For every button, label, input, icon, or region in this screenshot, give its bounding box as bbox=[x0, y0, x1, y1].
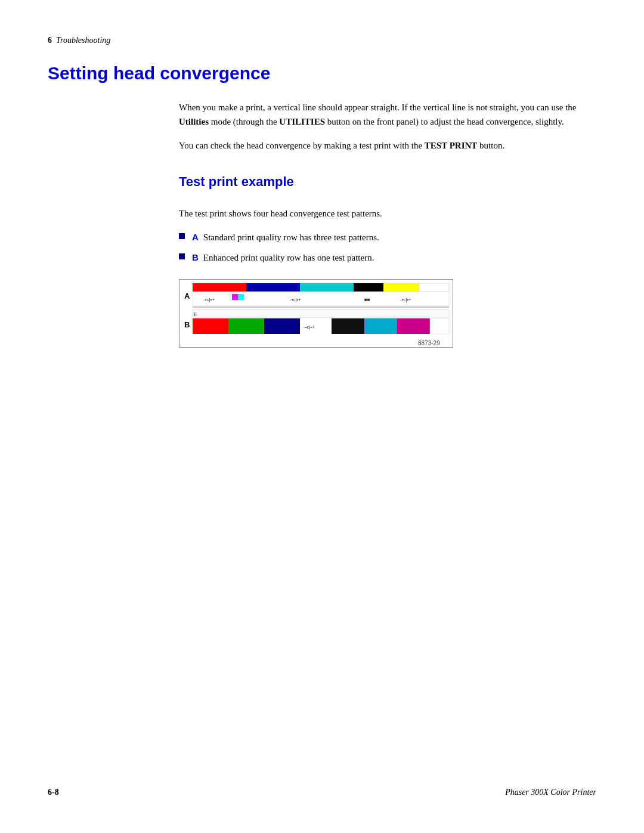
bullet-icon-a bbox=[179, 233, 185, 239]
left-margin-1 bbox=[48, 100, 179, 162]
svg-text:-•c|•+: -•c|•+ bbox=[400, 297, 411, 302]
section-content: The test print shows four head convergen… bbox=[48, 206, 596, 350]
svg-text:-•c|•+: -•c|•+ bbox=[304, 324, 315, 330]
svg-rect-5 bbox=[354, 283, 383, 292]
footer: 6-8 Phaser 300X Color Printer bbox=[48, 788, 596, 797]
intro-text-1: When you make a print, a vertical line s… bbox=[179, 100, 596, 162]
test-print-bold: TEST PRINT bbox=[425, 141, 478, 150]
svg-text:-•c|•+: -•c|•+ bbox=[203, 297, 215, 302]
intro-section-1: When you make a print, a vertical line s… bbox=[48, 100, 596, 162]
svg-rect-20 bbox=[228, 318, 264, 334]
svg-text:A: A bbox=[184, 292, 190, 301]
svg-text:E: E bbox=[194, 311, 197, 317]
paragraph-1: When you make a print, a vertical line s… bbox=[179, 100, 596, 129]
left-margin-2 bbox=[48, 174, 179, 202]
chapter-title: Troubleshooting bbox=[56, 36, 110, 45]
section-title: Test print example bbox=[179, 174, 294, 190]
svg-rect-11 bbox=[238, 294, 244, 300]
bullet-list: A Standard print quality row has three t… bbox=[179, 230, 596, 265]
list-item: A Standard print quality row has three t… bbox=[179, 230, 596, 244]
chapter-label: 6 Troubleshooting bbox=[48, 36, 596, 45]
svg-rect-25 bbox=[397, 318, 430, 334]
footer-product-name: Phaser 300X Color Printer bbox=[505, 788, 596, 797]
left-margin-3 bbox=[48, 206, 179, 350]
diagram-svg: A bbox=[179, 279, 453, 348]
bullet-text-a: Standard print quality row has three tes… bbox=[203, 230, 379, 244]
bullet-icon-b bbox=[179, 253, 185, 259]
svg-text:-•c|•+: -•c|•+ bbox=[290, 297, 301, 302]
svg-rect-26 bbox=[430, 318, 449, 334]
page: 6 Troubleshooting Setting head convergen… bbox=[0, 0, 644, 833]
svg-text:■■: ■■ bbox=[364, 297, 370, 302]
bullet-letter-b: B bbox=[192, 250, 199, 265]
test-print-diagram: A bbox=[179, 279, 465, 350]
svg-rect-7 bbox=[419, 283, 449, 292]
bullet-letter-a: A bbox=[192, 230, 199, 244]
svg-rect-23 bbox=[332, 318, 364, 334]
chapter-number: 6 bbox=[48, 36, 52, 45]
svg-rect-19 bbox=[193, 318, 228, 334]
page-title: Setting head convergence bbox=[48, 63, 596, 83]
list-item: B Enhanced print quality row has one tes… bbox=[179, 250, 596, 265]
svg-rect-17 bbox=[193, 309, 449, 318]
section-text: The test print shows four head convergen… bbox=[179, 206, 596, 350]
section-intro-text: The test print shows four head convergen… bbox=[179, 206, 596, 221]
svg-rect-21 bbox=[264, 318, 300, 334]
paragraph-2: You can check the head convergence by ma… bbox=[179, 138, 596, 153]
svg-text:B: B bbox=[184, 320, 190, 329]
section-header: Test print example bbox=[48, 174, 596, 202]
utilities-bold: Utilities bbox=[179, 117, 209, 126]
svg-rect-3 bbox=[246, 283, 300, 292]
svg-rect-24 bbox=[364, 318, 397, 334]
bullet-text-b: Enhanced print quality row has one test … bbox=[203, 250, 374, 265]
svg-rect-2 bbox=[193, 283, 246, 292]
svg-rect-10 bbox=[232, 294, 238, 300]
svg-rect-4 bbox=[300, 283, 354, 292]
svg-text:8873-29: 8873-29 bbox=[418, 340, 440, 346]
footer-page-number: 6-8 bbox=[48, 788, 59, 797]
svg-rect-6 bbox=[383, 283, 419, 292]
utilities-button-bold: UTILITIES bbox=[279, 117, 325, 126]
